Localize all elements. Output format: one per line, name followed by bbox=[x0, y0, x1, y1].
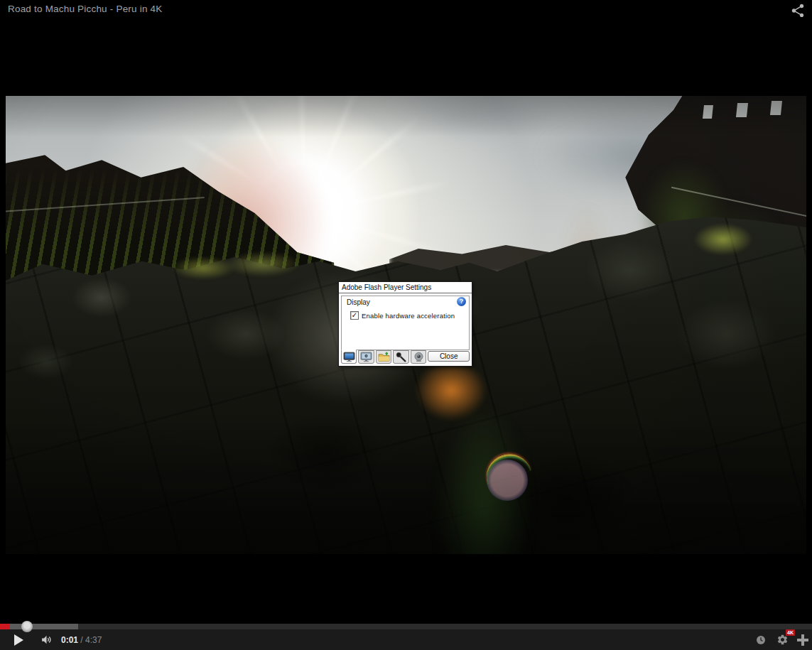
volume-button[interactable] bbox=[39, 634, 54, 646]
help-icon[interactable]: ? bbox=[457, 297, 466, 306]
close-button[interactable]: Close bbox=[428, 351, 470, 362]
microphone-icon bbox=[395, 352, 407, 362]
play-button[interactable] bbox=[14, 634, 23, 646]
dialog-content: Display ? ✓ Enable hardware acceleration bbox=[341, 296, 470, 350]
fullscreen-button[interactable] bbox=[797, 634, 808, 646]
tab-local-storage[interactable] bbox=[376, 350, 391, 364]
tab-display[interactable] bbox=[341, 350, 357, 364]
dialog-tab-bar: Close bbox=[341, 350, 470, 364]
dialog-section-label: Display bbox=[347, 298, 370, 306]
hardware-acceleration-label: Enable hardware acceleration bbox=[362, 312, 455, 320]
time-display: 0:01 / 4:37 bbox=[61, 635, 102, 645]
scene-ruin-window bbox=[703, 105, 713, 119]
player-control-bar: 0:01 / 4:37 4K bbox=[0, 624, 812, 650]
tab-camera[interactable] bbox=[411, 350, 426, 364]
progress-bar[interactable] bbox=[0, 624, 812, 629]
local-storage-folder-icon bbox=[378, 352, 390, 362]
tab-microphone[interactable] bbox=[393, 350, 408, 364]
watch-later-button[interactable] bbox=[755, 634, 767, 646]
control-row: 0:01 / 4:37 4K bbox=[0, 629, 812, 650]
clock-icon bbox=[755, 634, 767, 646]
privacy-monitor-icon bbox=[360, 352, 372, 362]
settings-button[interactable]: 4K bbox=[776, 634, 789, 646]
scene-ruin-window bbox=[770, 101, 782, 115]
time-separator: / bbox=[78, 635, 85, 645]
video-title: Road to Machu Picchu - Peru in 4K bbox=[8, 4, 162, 14]
dialog-title: Adobe Flash Player Settings bbox=[339, 282, 472, 293]
current-time: 0:01 bbox=[61, 635, 78, 645]
scene-grass bbox=[684, 218, 762, 261]
share-icon[interactable] bbox=[790, 3, 806, 18]
fullscreen-icon bbox=[802, 639, 808, 646]
hardware-acceleration-checkbox[interactable]: ✓ bbox=[350, 311, 359, 320]
scene-ruin-window bbox=[736, 103, 748, 117]
volume-icon bbox=[39, 634, 54, 646]
camera-icon bbox=[413, 352, 425, 362]
duration: 4:37 bbox=[85, 635, 102, 645]
display-monitor-icon bbox=[343, 352, 355, 362]
progress-played bbox=[0, 624, 10, 629]
quality-badge: 4K bbox=[786, 629, 795, 636]
tab-privacy[interactable] bbox=[358, 350, 374, 364]
flash-settings-dialog: Adobe Flash Player Settings Display ? ✓ … bbox=[338, 281, 472, 367]
hardware-acceleration-row[interactable]: ✓ Enable hardware acceleration bbox=[350, 311, 455, 320]
progress-buffered bbox=[0, 624, 78, 629]
share-icon-glyph bbox=[790, 3, 806, 18]
